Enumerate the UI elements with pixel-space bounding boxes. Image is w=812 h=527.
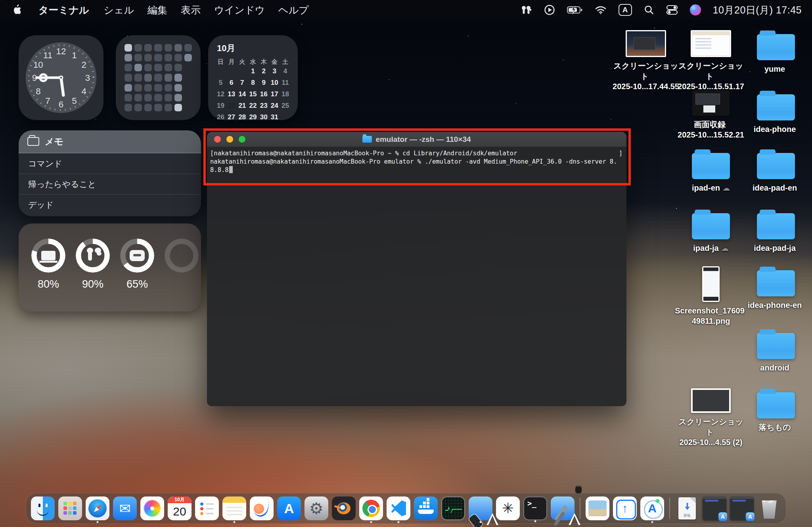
safari[interactable] xyxy=(86,496,109,520)
transporter[interactable]: ↑ xyxy=(613,496,637,520)
mail[interactable] xyxy=(113,496,137,520)
calendar-day[interactable]: 8 xyxy=(247,78,258,88)
battery-widget[interactable]: 80% 90% 65% xyxy=(19,223,201,311)
calendar-day[interactable]: 25 xyxy=(280,101,291,111)
desktop-icon[interactable]: idea-pad-ja xyxy=(742,209,810,253)
calendar-day[interactable] xyxy=(226,66,237,76)
desktop-icon[interactable]: ipad-en☁ xyxy=(677,149,745,193)
calendar-day[interactable]: 12 xyxy=(215,89,226,99)
notes[interactable] xyxy=(222,496,246,520)
ipa-file[interactable]: IPA xyxy=(675,496,699,520)
menu-bar-datetime[interactable]: 10月20日(月) 17:45 xyxy=(713,4,802,17)
min-window[interactable]: A xyxy=(730,496,754,520)
xcode-badged[interactable] xyxy=(469,496,492,520)
calendar-day[interactable] xyxy=(237,66,247,76)
calendar-day[interactable]: 19 xyxy=(215,101,226,111)
menu-item[interactable]: ウインドウ xyxy=(207,4,272,17)
desktop-icon[interactable]: 落ちもの xyxy=(742,388,810,432)
desktop-icon-thumbnail[interactable] xyxy=(757,213,795,239)
calendar-day[interactable]: 2 xyxy=(259,66,269,76)
battery-charging-icon[interactable] xyxy=(567,4,583,16)
freeform[interactable] xyxy=(250,496,274,520)
activity-grid-widget[interactable] xyxy=(116,35,201,120)
menu-item[interactable]: 表示 xyxy=(174,4,207,17)
wifi-icon[interactable] xyxy=(595,4,607,16)
calendar-day[interactable]: 24 xyxy=(269,101,280,111)
desktop-icon[interactable]: スクリーンショット2025-10...15.51.17 xyxy=(677,30,745,92)
android-studio[interactable]: A xyxy=(640,496,664,520)
desktop-icon-thumbnail[interactable] xyxy=(692,153,730,179)
calendar-day[interactable]: 29 xyxy=(247,112,258,122)
desktop-icon-thumbnail[interactable] xyxy=(702,266,720,302)
calendar-day[interactable]: 27 xyxy=(226,112,237,122)
calendar-day[interactable]: 23 xyxy=(259,101,269,111)
chrome[interactable] xyxy=(359,496,383,520)
desktop-icon[interactable]: ipad-ja☁ xyxy=(677,209,745,253)
desktop-icon-thumbnail[interactable] xyxy=(757,153,795,179)
desktop-icon-thumbnail[interactable] xyxy=(757,34,795,60)
desktop-icon[interactable]: スクリーンショット2025-10...17.44.55 xyxy=(612,30,680,92)
desktop-icon[interactable]: スクリーンショット2025-10...4.55 (2) xyxy=(677,388,745,447)
appstore[interactable]: A xyxy=(277,496,301,520)
calendar-day[interactable]: 26 xyxy=(215,112,226,122)
calendar-day[interactable]: 6 xyxy=(226,78,237,88)
airpods-icon[interactable] xyxy=(520,4,532,16)
calendar-day[interactable]: 15 xyxy=(247,89,258,99)
calendar-day[interactable]: 21 xyxy=(237,101,247,111)
calendar-day[interactable]: 5 xyxy=(215,78,226,88)
blender[interactable] xyxy=(332,496,356,520)
notes-list-item[interactable]: コマンド xyxy=(19,153,201,174)
calendar-day[interactable]: 10 xyxy=(269,78,280,88)
menu-item[interactable]: 編集 xyxy=(141,4,174,17)
calendar-day[interactable]: 30 xyxy=(259,112,269,122)
reminders[interactable] xyxy=(195,496,219,520)
clock-widget[interactable]: 1212 345 678 91011 xyxy=(19,35,103,120)
calendar[interactable]: 10月 20 xyxy=(168,496,192,520)
desktop-icon[interactable]: idea-pad-en xyxy=(742,149,810,193)
vscode[interactable] xyxy=(387,496,410,520)
desktop-icon[interactable]: idea-phone-en xyxy=(742,266,810,310)
calendar-day[interactable] xyxy=(215,66,226,76)
preview-ink[interactable] xyxy=(586,496,609,520)
activity[interactable] xyxy=(441,496,465,520)
sep[interactable] xyxy=(669,498,670,519)
desktop-icon-thumbnail[interactable] xyxy=(757,270,795,296)
desktop-icon[interactable]: android xyxy=(742,329,810,373)
menu-item[interactable]: シェル xyxy=(97,4,141,17)
control-center-icon[interactable] xyxy=(666,4,678,16)
finder[interactable] xyxy=(31,496,55,520)
calendar-day[interactable]: 18 xyxy=(280,89,291,99)
calendar-day[interactable]: 7 xyxy=(237,78,247,88)
photos[interactable] xyxy=(140,496,164,520)
desktop-icon-thumbnail[interactable] xyxy=(626,30,666,57)
sep[interactable] xyxy=(580,498,580,519)
launchpad[interactable] xyxy=(58,496,82,520)
calendar-day[interactable]: 20 xyxy=(226,101,237,111)
calendar-day[interactable]: 16 xyxy=(259,89,269,99)
desktop-icon-thumbnail[interactable] xyxy=(692,213,730,239)
terminal[interactable]: >_ xyxy=(523,496,547,520)
calendar-day[interactable]: 4 xyxy=(280,66,291,76)
calendar-day[interactable]: 28 xyxy=(237,112,247,122)
desktop-icon-thumbnail[interactable] xyxy=(692,90,730,116)
desktop-icon[interactable]: yume xyxy=(742,30,810,74)
xcode[interactable] xyxy=(551,496,575,520)
terminal-body[interactable]: [nakatanihiromasa@nakatanihiromasanoMacB… xyxy=(207,147,626,406)
calendar-day[interactable]: 14 xyxy=(237,89,247,99)
notes-list-item[interactable]: デッド xyxy=(19,195,201,215)
desktop-icon-thumbnail[interactable] xyxy=(757,392,795,418)
notes-list-item[interactable]: 帰ったらやること xyxy=(19,174,201,195)
menu-item[interactable]: ヘルプ xyxy=(272,4,316,17)
calendar-widget[interactable]: 10月 日月火水木金土 1 2 3 4 5 6 xyxy=(208,35,298,120)
notes-widget[interactable]: メモ コマンド 帰ったらやること デッド xyxy=(19,130,201,216)
desktop-icon-thumbnail[interactable] xyxy=(691,388,731,413)
calendar-day[interactable]: 11 xyxy=(280,78,291,88)
desktop-icon[interactable]: 画面収録2025-10...15.52.21 xyxy=(677,90,745,140)
desktop-icon-thumbnail[interactable] xyxy=(757,94,795,120)
desktop-icon[interactable]: idea-phone xyxy=(742,90,810,134)
min-window[interactable]: A xyxy=(703,496,726,520)
desktop-icon-thumbnail[interactable] xyxy=(757,333,795,359)
trash[interactable] xyxy=(757,496,781,520)
calendar-day[interactable]: 9 xyxy=(259,78,269,88)
docker[interactable] xyxy=(414,496,438,520)
